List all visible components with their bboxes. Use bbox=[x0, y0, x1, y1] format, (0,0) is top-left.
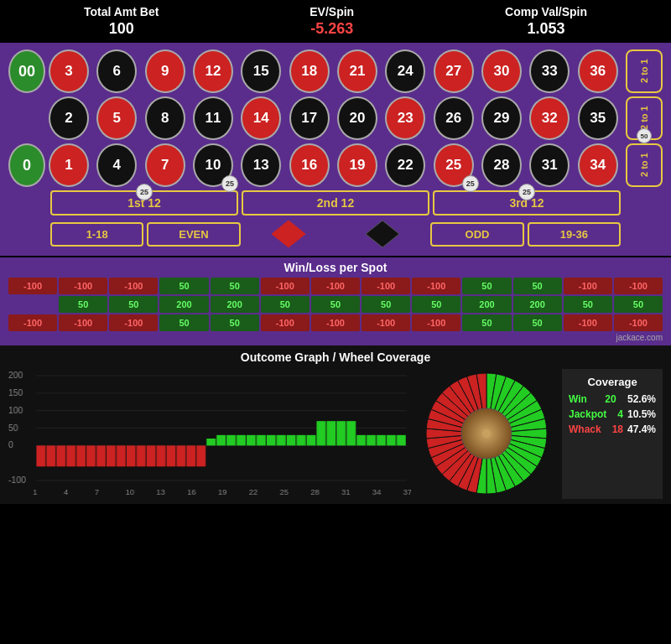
ev-spin-label: EV/Spin bbox=[309, 5, 354, 18]
wl-cell: 200 bbox=[211, 296, 259, 313]
total-amt-bet-section: Total Amt Bet 100 bbox=[84, 5, 159, 38]
win-count: 20 bbox=[605, 393, 616, 405]
chip-25-first-dozen: 25 bbox=[136, 184, 153, 200]
wl-cell: 200 bbox=[462, 296, 511, 313]
outcome-title: Outcome Graph / Wheel Coverage bbox=[8, 351, 663, 364]
wl-cell: -100 bbox=[564, 278, 612, 294]
wl-cell: 50 bbox=[412, 296, 460, 313]
num-35[interactable]: 35 bbox=[578, 96, 618, 140]
wl-cell: 50 bbox=[59, 296, 107, 313]
whack-label: Whack bbox=[569, 423, 601, 435]
bottom-bets-row: 1-18 EVEN ODD 19-36 bbox=[50, 219, 621, 249]
roulette-table: 00 0 3 6 9 12 15 18 21 24 27 30 33 36 2 … bbox=[0, 43, 671, 256]
winloss-title: Win/Loss per Spot bbox=[8, 261, 663, 274]
num-16[interactable]: 16 bbox=[289, 143, 330, 187]
header: Total Amt Bet 100 EV/Spin -5.263 Comp Va… bbox=[0, 0, 671, 43]
num-25[interactable]: 2525 bbox=[434, 143, 474, 187]
num-1[interactable]: 1 bbox=[49, 143, 89, 187]
wl-cell: 200 bbox=[159, 296, 208, 313]
twoto1-column: 2 to 1 50 2 to 1 2 to 1 bbox=[626, 49, 663, 187]
outcome-graph bbox=[8, 369, 411, 499]
first-dozen[interactable]: 25 1st 12 bbox=[50, 190, 238, 216]
comp-val-value: 1.053 bbox=[505, 20, 587, 38]
wl-cell: 50 bbox=[462, 314, 511, 331]
total-amt-bet-value: 100 bbox=[84, 20, 159, 38]
svg-marker-0 bbox=[272, 221, 305, 247]
num-21[interactable]: 21 bbox=[337, 49, 377, 93]
num-6[interactable]: 6 bbox=[96, 49, 137, 93]
num-7[interactable]: 7 bbox=[145, 143, 185, 187]
twoto1-bot[interactable]: 2 to 1 bbox=[626, 143, 663, 187]
bet-1-18[interactable]: 1-18 bbox=[50, 222, 143, 247]
num-23[interactable]: 23 bbox=[385, 96, 425, 140]
num-10[interactable]: 1025 bbox=[193, 143, 233, 187]
double-zero[interactable]: 00 bbox=[8, 49, 45, 93]
num-30[interactable]: 30 bbox=[481, 49, 522, 93]
svg-marker-1 bbox=[366, 221, 399, 247]
num-20[interactable]: 20 bbox=[337, 96, 377, 140]
wl-cell: -100 bbox=[564, 314, 612, 331]
num-29[interactable]: 29 bbox=[481, 96, 522, 140]
whack-count: 18 bbox=[612, 423, 623, 435]
numbers-grid: 3 6 9 12 15 18 21 24 27 30 33 36 2 5 8 1… bbox=[49, 49, 622, 187]
num-17[interactable]: 17 bbox=[289, 96, 330, 140]
wl-cell: -100 bbox=[109, 278, 158, 294]
wl-cell: 50 bbox=[159, 278, 208, 294]
num-9[interactable]: 9 bbox=[145, 49, 185, 93]
num-27[interactable]: 27 bbox=[434, 49, 474, 93]
win-pct: 52.6% bbox=[627, 393, 656, 405]
num-5[interactable]: 5 bbox=[96, 96, 137, 140]
third-dozen[interactable]: 25 3rd 12 bbox=[433, 190, 621, 216]
bet-odd[interactable]: ODD bbox=[430, 222, 523, 247]
num-8[interactable]: 8 bbox=[145, 96, 185, 140]
bet-even[interactable]: EVEN bbox=[147, 222, 240, 247]
num-19[interactable]: 19 bbox=[337, 143, 377, 187]
black-diamond[interactable] bbox=[337, 219, 427, 249]
num-11[interactable]: 11 bbox=[193, 96, 233, 140]
twoto1-mid[interactable]: 50 2 to 1 bbox=[626, 96, 663, 140]
wl-cell: -100 bbox=[8, 278, 57, 294]
num-34[interactable]: 34 bbox=[578, 143, 618, 187]
second-dozen[interactable]: 2nd 12 bbox=[242, 190, 429, 216]
num-22[interactable]: 22 bbox=[385, 143, 425, 187]
num-32[interactable]: 32 bbox=[529, 96, 570, 140]
zeros-column: 00 0 bbox=[8, 49, 45, 187]
bet-19-36[interactable]: 19-36 bbox=[528, 222, 621, 247]
coverage-title: Coverage bbox=[569, 376, 656, 388]
wl-cell: 50 bbox=[513, 278, 562, 294]
num-26[interactable]: 26 bbox=[434, 96, 474, 140]
jackpot-label: Jackpot bbox=[569, 408, 606, 420]
twoto1-top[interactable]: 2 to 1 bbox=[626, 49, 663, 93]
wl-cell: -100 bbox=[261, 314, 309, 331]
ev-spin-section: EV/Spin -5.263 bbox=[309, 5, 354, 38]
wl-cell: -100 bbox=[59, 314, 107, 331]
wl-cell: -100 bbox=[8, 314, 57, 331]
num-15[interactable]: 15 bbox=[241, 49, 281, 93]
jackpot-pct: 10.5% bbox=[627, 408, 656, 420]
wl-cell: -100 bbox=[311, 314, 360, 331]
num-2[interactable]: 2 bbox=[49, 96, 89, 140]
wl-cell: -100 bbox=[614, 278, 663, 294]
wl-cell: 50 bbox=[362, 296, 410, 313]
num-3[interactable]: 3 bbox=[49, 49, 89, 93]
win-label: Win bbox=[569, 393, 587, 405]
wl-cell: 50 bbox=[159, 314, 208, 331]
jackpot-count: 4 bbox=[617, 408, 623, 420]
num-31[interactable]: 31 bbox=[529, 143, 570, 187]
red-diamond[interactable] bbox=[244, 219, 334, 249]
single-zero[interactable]: 0 bbox=[8, 143, 45, 187]
num-33[interactable]: 33 bbox=[529, 49, 570, 93]
num-14[interactable]: 14 bbox=[241, 96, 281, 140]
wl-cell: 50 bbox=[211, 278, 259, 294]
wl-cell: -100 bbox=[109, 314, 158, 331]
num-4[interactable]: 4 bbox=[96, 143, 137, 187]
num-28[interactable]: 28 bbox=[481, 143, 522, 187]
chip-25-third-dozen: 25 bbox=[518, 184, 535, 200]
num-36[interactable]: 36 bbox=[578, 49, 618, 93]
wl-cell: 200 bbox=[513, 296, 562, 313]
num-24[interactable]: 24 bbox=[385, 49, 425, 93]
num-18[interactable]: 18 bbox=[289, 49, 330, 93]
num-12[interactable]: 12 bbox=[193, 49, 233, 93]
num-13[interactable]: 13 bbox=[241, 143, 281, 187]
winloss-section: Win/Loss per Spot -100-100-1005050-100-1… bbox=[0, 257, 671, 345]
